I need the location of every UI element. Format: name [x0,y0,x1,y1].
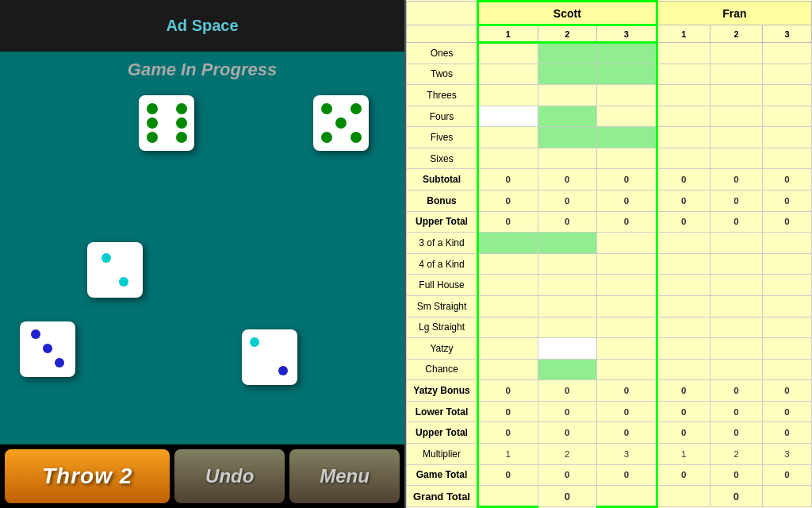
fran-cell-10-2[interactable] [763,253,812,275]
menu-button[interactable]: Menu [289,449,400,503]
scott-cell-5-1[interactable] [538,148,596,169]
scott-cell-13-0[interactable] [478,317,538,338]
scott-cell-14-0[interactable] [478,338,538,360]
scott-cell-3-2[interactable] [597,106,657,127]
scott-cell-4-2[interactable] [597,127,657,148]
undo-button[interactable]: Undo [174,449,285,503]
scott-cell-13-1[interactable] [538,317,596,338]
scott-cell-4-1[interactable] [538,127,596,148]
scott-cell-4-0[interactable] [478,127,538,148]
fran-cell-12-2[interactable] [763,295,812,317]
fran-cell-13-2[interactable] [763,317,812,338]
right-panel: Scott Fran 1 2 3 1 2 3 OnesTwosThreesFou… [404,0,812,508]
scott-cell-2-0[interactable] [478,85,538,106]
die-2[interactable] [313,95,369,151]
fran-cell-0-2[interactable] [763,43,812,64]
throw-button[interactable]: Throw 2 [5,449,170,503]
fran-cell-2-2[interactable] [763,85,812,106]
scott-cell-3-1[interactable] [538,106,596,127]
scott-cell-9-1[interactable] [538,233,596,254]
scott-cell-11-1[interactable] [538,275,596,296]
scott-cell-9-2[interactable] [597,233,657,254]
scott-cell-10-1[interactable] [538,253,596,275]
scott-cell-0-0[interactable] [478,43,538,64]
fran-cell-14-2[interactable] [763,338,812,360]
fran-cell-5-0[interactable] [657,148,710,169]
scott-cell-11-0[interactable] [478,275,538,296]
scott-cell-15-1[interactable] [538,359,596,380]
scott-cell-10-0[interactable] [478,253,538,275]
fran-cell-0-0[interactable] [657,43,710,64]
scott-cell-14-1[interactable] [538,338,596,360]
fran-cell-12-1[interactable] [710,295,762,317]
scott-cell-0-1[interactable] [538,43,596,64]
scott-cell-12-1[interactable] [538,295,596,317]
fran-cell-14-0[interactable] [657,338,710,360]
fran-cell-1-0[interactable] [657,64,710,85]
fran-cell-15-1[interactable] [710,359,762,380]
scott-cell-19-0: 1 [478,443,538,464]
fran-cell-2-1[interactable] [710,85,762,106]
scott-cell-9-0[interactable] [478,233,538,254]
fran-cell-9-1[interactable] [710,233,762,254]
scott-cell-17-0: 0 [478,401,538,422]
fran-cell-9-0[interactable] [657,233,710,254]
scott-cell-13-2[interactable] [597,317,657,338]
fran-cell-15-2[interactable] [763,359,812,380]
scott-cell-0-2[interactable] [597,43,657,64]
die-4[interactable] [20,321,75,377]
left-panel: Ad Space Game In Progress [0,0,404,508]
score-row-21: Grand Total00 [407,486,812,507]
die-3[interactable] [87,242,143,298]
die-5[interactable] [242,329,297,385]
fran-cell-10-1[interactable] [710,253,762,275]
fran-cell-4-1[interactable] [710,127,762,148]
fran-cell-1-1[interactable] [710,64,762,85]
fran-cell-11-0[interactable] [657,275,710,296]
score-row-9: 3 of a Kind [407,233,812,254]
scott-cell-5-0[interactable] [478,148,538,169]
scott-cell-12-0[interactable] [478,295,538,317]
fran-cell-11-2[interactable] [763,275,812,296]
row-label-4: Fives [407,127,478,148]
row-label-21: Grand Total [407,486,478,507]
scott-cell-2-2[interactable] [597,85,657,106]
scott-cell-5-2[interactable] [597,148,657,169]
fran-cell-5-2[interactable] [763,148,812,169]
fran-cell-0-1[interactable] [710,43,762,64]
scott-cell-2-1[interactable] [538,85,596,106]
scott-cell-15-0[interactable] [478,359,538,380]
die-1[interactable] [139,95,194,151]
fran-cell-20-2: 0 [763,464,812,486]
row-label-2: Threes [407,85,478,106]
scott-cell-15-2[interactable] [597,359,657,380]
fran-cell-3-2[interactable] [763,106,812,127]
scott-cell-14-2[interactable] [597,338,657,360]
scott-cell-1-0[interactable] [478,64,538,85]
fran-cell-4-2[interactable] [763,127,812,148]
row-label-17: Lower Total [407,401,478,422]
fran-cell-5-1[interactable] [710,148,762,169]
fran-cell-14-1[interactable] [710,338,762,360]
fran-cell-13-1[interactable] [710,317,762,338]
fran-cell-9-2[interactable] [763,233,812,254]
label-header [407,2,478,25]
scott-cell-3-0[interactable] [478,106,538,127]
fran-cell-13-0[interactable] [657,317,710,338]
fran-cell-15-0[interactable] [657,359,710,380]
scott-cell-10-2[interactable] [597,253,657,275]
fran-cell-12-0[interactable] [657,295,710,317]
fran-cell-10-0[interactable] [657,253,710,275]
scott-cell-1-1[interactable] [538,64,596,85]
player-header-row: Scott Fran [407,2,812,25]
score-row-4: Fives [407,127,812,148]
fran-cell-2-0[interactable] [657,85,710,106]
fran-cell-3-1[interactable] [710,106,762,127]
scott-cell-11-2[interactable] [597,275,657,296]
scott-cell-12-2[interactable] [597,295,657,317]
fran-cell-1-2[interactable] [763,64,812,85]
fran-cell-11-1[interactable] [710,275,762,296]
scott-cell-1-2[interactable] [597,64,657,85]
fran-cell-4-0[interactable] [657,127,710,148]
fran-cell-3-0[interactable] [657,106,710,127]
